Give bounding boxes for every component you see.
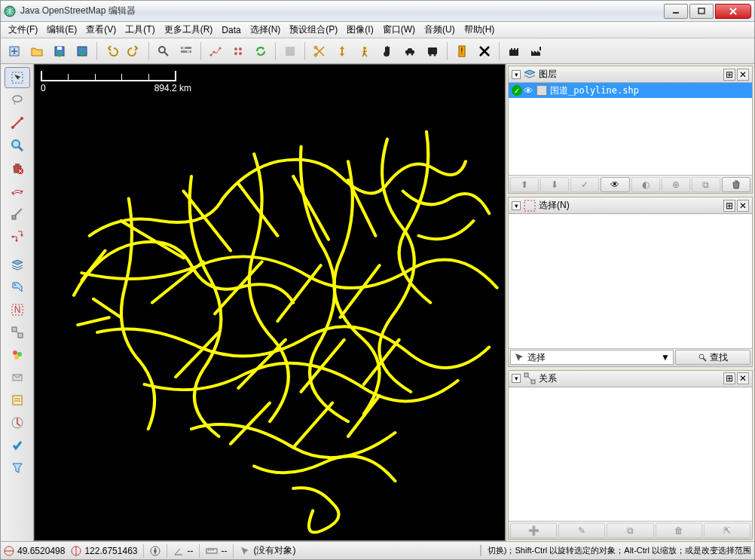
save-button[interactable] [49, 41, 70, 62]
svg-rect-2 [698, 8, 705, 14]
relation-new-button[interactable]: ➕ [510, 523, 557, 538]
search-button[interactable] [153, 41, 174, 62]
ruler-icon [206, 547, 218, 555]
panel-layers-toggle[interactable] [5, 254, 30, 275]
relation-duplicate-button[interactable]: ⧉ [607, 523, 653, 538]
menu-presets[interactable]: 预设组合(P) [285, 22, 342, 38]
tool-hand[interactable] [377, 41, 398, 62]
selection-close-button[interactable]: ✕ [737, 200, 749, 212]
hatch-button[interactable] [228, 41, 249, 62]
panel-conflict-toggle[interactable] [5, 412, 30, 433]
layer-merge-button[interactable]: ⊕ [662, 177, 690, 192]
right-panels: ▾ 图层 ⊞ ✕ ✓ 👁 国道_polyline.shp [506, 64, 754, 541]
svg-point-27 [407, 53, 409, 55]
layers-pin-button[interactable]: ⊞ [723, 69, 735, 81]
redo-button[interactable] [124, 41, 145, 62]
panel-filter-toggle[interactable] [5, 367, 30, 388]
tool-scissors[interactable] [309, 41, 330, 62]
find-button[interactable]: 查找 [675, 350, 750, 365]
selection-pin-button[interactable]: ⊞ [723, 200, 735, 212]
tool-select-mode[interactable] [5, 67, 30, 88]
tool-delete-mode[interactable] [5, 158, 30, 179]
menu-image[interactable]: 图像(I) [342, 22, 378, 38]
panel-relations-toggle[interactable] [5, 322, 30, 343]
tool-castle[interactable] [503, 41, 524, 62]
layer-visible-icon[interactable]: 👁 [524, 85, 533, 96]
status-lat: 49.6520498 [4, 546, 65, 556]
panel-map-paint-toggle[interactable] [5, 344, 30, 366]
svg-point-37 [13, 96, 22, 102]
relation-edit-button[interactable]: ✎ [558, 523, 605, 538]
panel-changeset-toggle[interactable] [5, 390, 30, 411]
panel-tags-toggle[interactable] [5, 277, 30, 298]
menu-edit[interactable]: 编辑(E) [42, 22, 81, 38]
undo-button[interactable] [101, 41, 122, 62]
tool-parallel[interactable] [5, 180, 30, 201]
tool-improve-way[interactable] [5, 203, 30, 224]
map-canvas[interactable]: 0894.2 km [34, 64, 506, 541]
compass-icon [150, 546, 160, 556]
new-layer-button[interactable] [4, 41, 25, 62]
maximize-button[interactable] [689, 4, 714, 19]
menu-view[interactable]: 查看(V) [81, 22, 121, 38]
minimize-button[interactable] [664, 4, 688, 19]
menu-data[interactable]: Data [217, 23, 245, 37]
layer-delete-button[interactable] [722, 177, 750, 192]
wireframe-button[interactable] [205, 41, 226, 62]
tool-bus[interactable] [422, 41, 443, 62]
layer-item[interactable]: ✓ 👁 国道_polyline.shp [509, 83, 752, 98]
open-button[interactable] [26, 41, 47, 62]
tool-lasso[interactable] [5, 90, 30, 111]
layers-collapse-icon[interactable]: ▾ [512, 70, 521, 79]
relations-pin-button[interactable]: ⊞ [723, 372, 735, 384]
relations-close-button[interactable]: ✕ [737, 372, 749, 384]
refresh-button[interactable] [250, 41, 271, 62]
preferences-button[interactable] [176, 41, 197, 62]
relation-delete-button[interactable]: 🗑 [656, 523, 702, 538]
menu-more-tools[interactable]: 更多工具(R) [160, 22, 218, 38]
layers-title: 图层 [539, 68, 723, 81]
tool-factory[interactable] [526, 41, 547, 62]
selection-combo[interactable]: 选择 ▼ [510, 350, 674, 365]
svg-rect-43 [15, 164, 20, 166]
layer-visibility-button[interactable]: 👁 [601, 177, 629, 192]
tool-car[interactable] [399, 41, 420, 62]
panel-validate-toggle[interactable] [5, 435, 30, 456]
menu-select[interactable]: 选择(N) [246, 22, 286, 38]
svg-point-31 [434, 54, 436, 56]
tool-zoom[interactable] [5, 135, 30, 156]
upload-button[interactable] [72, 41, 93, 62]
menu-tools[interactable]: 工具(T) [121, 22, 159, 38]
tool-arrows[interactable] [332, 41, 353, 62]
tool-warning[interactable]: ! [451, 41, 472, 62]
lon-icon [71, 546, 81, 556]
panel-selection-toggle[interactable]: N [5, 299, 30, 320]
svg-rect-71 [531, 380, 535, 384]
svg-point-17 [219, 47, 222, 49]
tool-extrude[interactable] [5, 225, 30, 246]
relations-collapse-icon[interactable]: ▾ [512, 374, 521, 383]
layer-down-button[interactable]: ⬇ [540, 177, 569, 192]
tool-delete[interactable] [474, 41, 495, 62]
selection-collapse-icon[interactable]: ▾ [512, 201, 521, 210]
relation-select-button[interactable]: ⇱ [704, 523, 750, 538]
menu-audio[interactable]: 音频(U) [420, 22, 460, 38]
layers-close-button[interactable]: ✕ [737, 69, 749, 81]
tool-draw-node[interactable] [5, 112, 30, 133]
layer-up-button[interactable]: ⬆ [510, 177, 539, 192]
tool-person[interactable] [354, 41, 375, 62]
panel-funnel-toggle[interactable] [5, 457, 30, 479]
svg-point-52 [20, 234, 23, 237]
layer-duplicate-button[interactable]: ⧉ [692, 177, 720, 192]
layer-activate-button[interactable]: ✓ [570, 177, 599, 192]
layer-active-icon[interactable]: ✓ [512, 85, 522, 96]
layer-opacity-button[interactable]: ◐ [631, 177, 660, 192]
menu-file[interactable]: 文件(F) [4, 22, 42, 38]
menu-help[interactable]: 帮助(H) [460, 22, 500, 38]
menu-window[interactable]: 窗口(W) [378, 22, 420, 38]
svg-point-47 [11, 192, 14, 194]
disabled-button [280, 41, 301, 62]
trash-icon [731, 179, 741, 190]
svg-rect-29 [428, 47, 437, 54]
close-button[interactable] [715, 4, 751, 19]
